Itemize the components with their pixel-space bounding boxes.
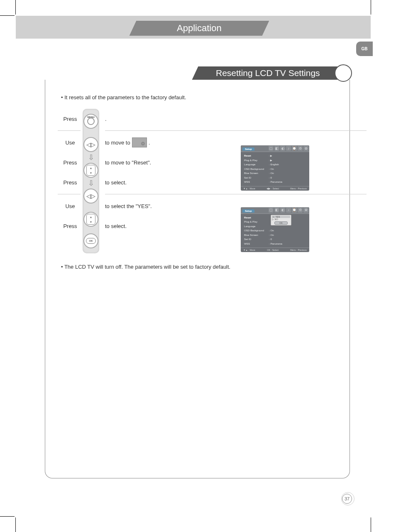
description-column: . to move to . to move to "Reset". to se… bbox=[99, 109, 367, 253]
crop-mark bbox=[0, 516, 15, 517]
osd-row: OSD Background: On bbox=[244, 167, 306, 172]
osd-hint: ▼▲ : Move bbox=[243, 249, 255, 251]
osd-row: Blue Screen: On bbox=[244, 171, 306, 176]
osd-panel-2: Setup ▢ ◧ ◐ ♪ ⌚ ⚙ ✿ Reset Plug & Play La… bbox=[241, 207, 309, 253]
osd-tab-icons: ▢ ◧ ◐ ♪ ⌚ ⚙ ✿ bbox=[269, 146, 308, 151]
osd-tab-icon: ⚙ bbox=[298, 146, 303, 151]
step-action: Use bbox=[58, 140, 83, 146]
osd-tab-icons: ▢ ◧ ◐ ♪ ⌚ ⚙ ✿ bbox=[269, 208, 308, 213]
step-desc: . bbox=[149, 140, 150, 146]
down-arrow-icon: ⇩ bbox=[88, 180, 94, 186]
step-action: Press bbox=[58, 116, 83, 122]
language-tab: GB bbox=[356, 42, 373, 56]
osd-row: Plug & Play: ▶ bbox=[244, 158, 306, 163]
osd-body: Reset: ▶ Plug & Play: ▶ Language: Englis… bbox=[241, 152, 309, 186]
step-action: Press bbox=[58, 223, 83, 229]
popup-ok-button: OK bbox=[274, 221, 288, 225]
language-code: GB bbox=[362, 47, 368, 51]
osd-hint: ▼▲ : Move bbox=[243, 187, 255, 190]
section-title-banner: Resetting LCD TV Settings bbox=[192, 66, 344, 80]
osd-tab-icon: ✿ bbox=[303, 146, 308, 151]
left-right-button-icon: ◁▷ bbox=[83, 136, 99, 153]
step-action: Press bbox=[58, 159, 83, 166]
crop-mark bbox=[15, 0, 16, 15]
crop-mark bbox=[0, 15, 15, 16]
content-frame: • It resets all of the parameters to the… bbox=[45, 80, 350, 478]
osd-tab-icon: ✿ bbox=[303, 208, 308, 213]
ok-button-icon: OK bbox=[83, 233, 99, 249]
osd-illustrations: Setup ▢ ◧ ◐ ♪ ⌚ ⚙ ✿ Reset: ▶ Plug & Play… bbox=[241, 145, 309, 269]
osd-tab-icon: ◐ bbox=[280, 208, 285, 213]
down-arrow-icon: ⇩ bbox=[88, 154, 94, 160]
menu-button-icon: MENU bbox=[83, 113, 99, 130]
osd-tab-icon: ⌚ bbox=[292, 208, 297, 213]
osd-row: Set ID: 0 bbox=[244, 176, 306, 180]
osd-tab: Setup bbox=[242, 147, 254, 151]
divider bbox=[58, 130, 81, 131]
osd-tab-icon: ♪ bbox=[286, 146, 291, 151]
step-desc: to move to bbox=[105, 140, 130, 146]
page-number: 37 bbox=[342, 494, 352, 504]
osd-tab-icon: ♪ bbox=[286, 208, 291, 213]
crop-mark bbox=[371, 517, 371, 532]
chapter-title-tab: Application bbox=[130, 21, 269, 36]
crop-mark bbox=[371, 0, 371, 15]
osd-row: WSS: Panorama bbox=[244, 242, 306, 246]
remote-icon-column: MENU ◁▷ ⇩ ▲▼ ⇩ ◁▷ ▲▼ OK bbox=[83, 109, 99, 253]
divider bbox=[105, 194, 367, 194]
crop-mark bbox=[15, 517, 16, 532]
step-action: Press bbox=[58, 179, 83, 186]
divider bbox=[105, 130, 367, 131]
step-desc: . bbox=[105, 116, 107, 122]
osd-header: Setup ▢ ◧ ◐ ♪ ⌚ ⚙ ✿ bbox=[241, 207, 309, 214]
up-down-button-icon: ▲▼ bbox=[83, 211, 99, 228]
osd-row: Blue Screen: On bbox=[244, 233, 306, 238]
down-arrow-button-icon: ▲▼ bbox=[83, 162, 99, 179]
intro-note: • It resets all of the parameters to the… bbox=[61, 94, 337, 101]
osd-tab-icon: ⌚ bbox=[292, 146, 297, 151]
osd-row: WSS: Panorama bbox=[244, 180, 306, 184]
setup-tab-icon bbox=[132, 137, 147, 147]
osd-hint: OK : Select bbox=[267, 249, 279, 251]
osd-footer: ▼▲ : Move ◀▶ : Select Menu : Previous bbox=[241, 186, 309, 191]
step-desc: to select. bbox=[105, 223, 127, 229]
osd-confirm-popup: ▷ YES ▷ NO OK bbox=[271, 215, 291, 226]
action-column: Press Use Press Press Use Press bbox=[58, 109, 83, 253]
divider bbox=[58, 194, 81, 194]
osd-hint: Menu : Previous bbox=[290, 187, 307, 190]
section-circle-icon bbox=[335, 64, 352, 82]
osd-tab-icon: ◧ bbox=[274, 208, 279, 213]
osd-panel-1: Setup ▢ ◧ ◐ ♪ ⌚ ⚙ ✿ Reset: ▶ Plug & Play… bbox=[241, 145, 309, 191]
osd-tab-icon: ▢ bbox=[269, 146, 274, 151]
osd-tab-icon: ◧ bbox=[274, 146, 279, 151]
chapter-title: Application bbox=[177, 23, 222, 34]
popup-option-no: ▷ NO bbox=[272, 218, 290, 221]
section-title: Resetting LCD TV Settings bbox=[216, 68, 320, 78]
osd-hint: Menu : Previous bbox=[290, 249, 307, 251]
osd-tab-icon: ◐ bbox=[280, 146, 285, 151]
osd-tab-icon: ⚙ bbox=[298, 208, 303, 213]
osd-header: Setup ▢ ◧ ◐ ♪ ⌚ ⚙ ✿ bbox=[241, 145, 309, 152]
step-action: Use bbox=[58, 203, 83, 209]
osd-row: Language: English bbox=[244, 162, 306, 167]
osd-row: Reset: ▶ bbox=[244, 154, 306, 158]
osd-tab: Setup bbox=[242, 209, 254, 213]
step-desc: to move to "Reset". bbox=[105, 159, 151, 166]
osd-row: Set ID: 0 bbox=[244, 237, 306, 242]
step-desc: to select. bbox=[105, 179, 127, 186]
osd-row: OSD Background: On bbox=[244, 228, 306, 233]
left-right-button-icon: ◁▷ bbox=[83, 188, 99, 204]
osd-tab-icon: ▢ bbox=[269, 208, 274, 213]
step-desc: to select the "YES". bbox=[105, 203, 152, 209]
osd-hint: ◀▶ : Select bbox=[266, 187, 279, 190]
osd-footer: ▼▲ : Move OK : Select Menu : Previous bbox=[241, 248, 309, 252]
